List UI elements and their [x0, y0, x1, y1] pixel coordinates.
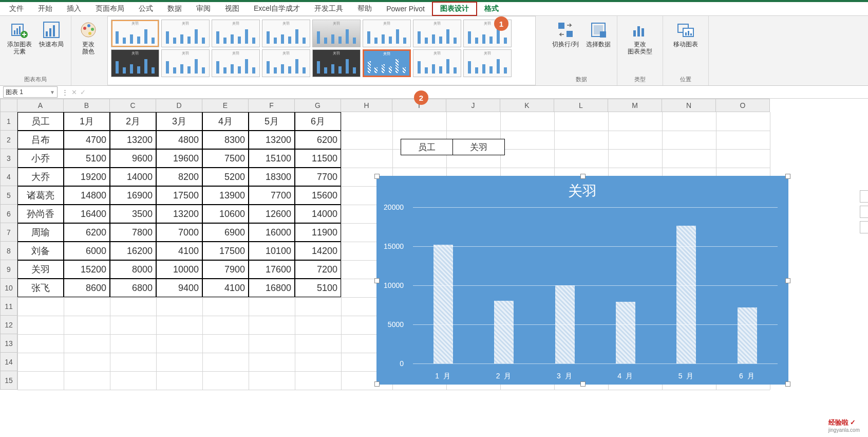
cell[interactable]: 10600	[202, 205, 249, 223]
style-1[interactable]: 关羽	[111, 20, 159, 47]
menu-developer[interactable]: 开发工具	[307, 3, 350, 15]
col-header[interactable]: O	[716, 99, 770, 112]
menu-file[interactable]: 文件	[2, 3, 31, 15]
style-2[interactable]: 关羽	[161, 20, 210, 47]
col-header[interactable]: C	[110, 99, 156, 112]
style-15[interactable]: 关羽	[413, 49, 461, 77]
cell[interactable]: 10000	[156, 260, 202, 279]
row-header[interactable]: 6	[0, 205, 17, 223]
cell[interactable]: 16400	[64, 205, 110, 223]
resize-handle[interactable]	[785, 381, 790, 387]
col-header[interactable]: N	[662, 99, 716, 112]
embedded-chart[interactable]: 关羽 05000100001500020000 1 月2 月3 月4 月5 月6…	[376, 176, 788, 385]
cell[interactable]: 刘备	[17, 242, 64, 260]
cell[interactable]: 2月	[110, 112, 156, 131]
style-9[interactable]: 关羽	[111, 49, 159, 77]
col-header[interactable]: E	[202, 99, 249, 112]
style-4[interactable]: 关羽	[262, 20, 310, 47]
cell[interactable]: 13200	[249, 131, 295, 149]
cell[interactable]: 7700	[295, 168, 341, 186]
chart-styles-button[interactable]	[860, 206, 868, 218]
menu-insert[interactable]: 插入	[60, 3, 88, 15]
cell[interactable]: 9600	[110, 149, 156, 168]
resize-handle[interactable]	[580, 174, 586, 179]
row-header[interactable]: 13	[0, 334, 17, 353]
select-data-button[interactable]: 选择数据	[583, 18, 614, 75]
row-header[interactable]: 11	[0, 297, 17, 316]
cell[interactable]: 小乔	[17, 149, 64, 168]
cell[interactable]: 6200	[295, 131, 341, 149]
chart-title[interactable]: 关羽	[377, 176, 788, 201]
cell[interactable]: 4800	[156, 131, 202, 149]
cell[interactable]: 17500	[156, 186, 202, 205]
cell[interactable]: 16900	[110, 186, 156, 205]
cell[interactable]: 7800	[110, 223, 156, 242]
cell[interactable]: 8200	[156, 168, 202, 186]
chart-filters-button[interactable]	[860, 221, 868, 233]
cell[interactable]: 3500	[110, 205, 156, 223]
cell[interactable]: 员工	[17, 112, 64, 131]
style-6[interactable]: 关羽	[363, 20, 411, 47]
row-header[interactable]: 2	[0, 131, 17, 149]
cell[interactable]: 6000	[64, 242, 110, 260]
name-box[interactable]: 图表 1▼	[3, 86, 58, 98]
cell[interactable]: 14200	[295, 242, 341, 260]
cell[interactable]: 关羽	[17, 260, 64, 279]
cell[interactable]: 诸葛亮	[17, 186, 64, 205]
cell[interactable]: 13200	[110, 131, 156, 149]
col-header[interactable]: A	[17, 99, 64, 112]
cell[interactable]: 孙尚香	[17, 205, 64, 223]
cell[interactable]: 12600	[249, 205, 295, 223]
cell[interactable]: 张飞	[17, 279, 64, 297]
quick-layout-button[interactable]: 快速布局	[36, 18, 67, 75]
cell[interactable]: 5100	[64, 149, 110, 168]
cell[interactable]: 6月	[295, 112, 341, 131]
menu-home[interactable]: 开始	[31, 3, 60, 15]
chart-elements-button[interactable]	[860, 190, 868, 203]
cell[interactable]: 4月	[202, 112, 249, 131]
menu-format[interactable]: 格式	[477, 3, 506, 15]
cell[interactable]: 4700	[64, 131, 110, 149]
cell[interactable]: 3月	[156, 112, 202, 131]
chart-styles-gallery[interactable]: 关羽 关羽 关羽 关羽 关羽 关羽 关羽 关羽 关羽 关羽 关羽 关羽 关羽 关…	[107, 16, 536, 85]
filter-cells[interactable]: 员工 关羽	[401, 139, 505, 155]
menu-review[interactable]: 审阅	[189, 3, 218, 15]
cell[interactable]: 10100	[249, 242, 295, 260]
cell[interactable]: 16800	[249, 279, 295, 297]
cell[interactable]: 16200	[110, 242, 156, 260]
row-header[interactable]: 8	[0, 242, 17, 260]
style-13[interactable]: 关羽	[312, 49, 361, 77]
menu-powerpivot[interactable]: Power Pivot	[379, 3, 432, 14]
cell[interactable]: 14000	[110, 168, 156, 186]
cell[interactable]: 19600	[156, 149, 202, 168]
row-header[interactable]: 15	[0, 371, 17, 390]
row-header[interactable]: 1	[0, 112, 17, 131]
cell[interactable]: 1月	[64, 112, 110, 131]
fx-cancel-icon[interactable]: ✕	[71, 88, 77, 96]
cell[interactable]: 7500	[202, 149, 249, 168]
menu-view[interactable]: 视图	[218, 3, 247, 15]
cell[interactable]: 周瑜	[17, 223, 64, 242]
add-chart-element-button[interactable]: 添加图表 元素	[4, 18, 35, 75]
cell[interactable]: 15200	[64, 260, 110, 279]
col-header[interactable]: H	[341, 99, 392, 112]
cell[interactable]: 11900	[295, 223, 341, 242]
cell[interactable]: 大乔	[17, 168, 64, 186]
cell[interactable]: 8300	[202, 131, 249, 149]
cell[interactable]: 18300	[249, 168, 295, 186]
cell[interactable]: 17600	[249, 260, 295, 279]
cell[interactable]: 14000	[295, 205, 341, 223]
row-header[interactable]: 10	[0, 279, 17, 297]
cell[interactable]: 15100	[249, 149, 295, 168]
menu-formulas[interactable]: 公式	[131, 3, 160, 15]
cell[interactable]: 13200	[156, 205, 202, 223]
cell[interactable]: 7200	[295, 260, 341, 279]
style-16[interactable]: 关羽	[463, 49, 512, 77]
menu-custom[interactable]: Excel自学成才	[247, 3, 307, 15]
row-header[interactable]: 14	[0, 353, 17, 371]
switch-row-col-button[interactable]: 切换行/列	[549, 18, 581, 75]
change-colors-button[interactable]: 更改 颜色	[73, 18, 104, 58]
menu-chart-design[interactable]: 图表设计	[432, 2, 477, 16]
resize-handle[interactable]	[785, 278, 790, 283]
fx-confirm-icon[interactable]: ✓	[80, 88, 86, 96]
